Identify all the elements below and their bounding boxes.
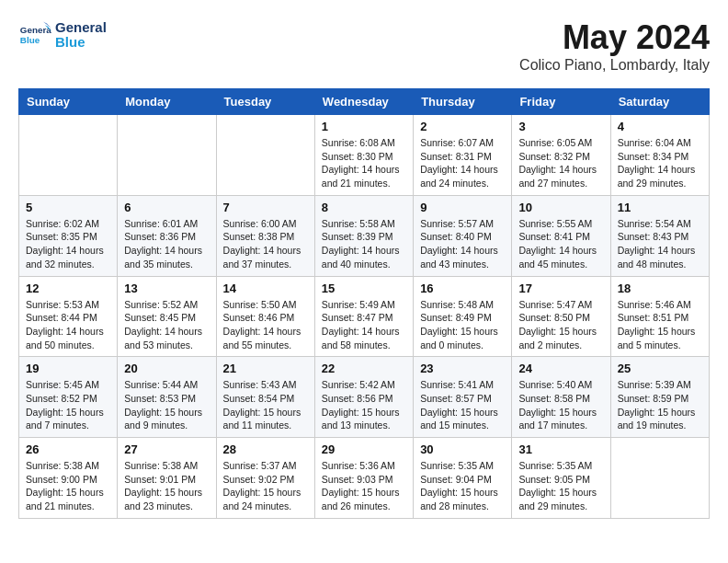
day-number: 10 bbox=[518, 201, 603, 214]
month-year: May 2024 bbox=[519, 18, 710, 57]
logo-blue: Blue bbox=[55, 35, 107, 51]
calendar-cell: 19Sunrise: 5:45 AMSunset: 8:52 PMDayligh… bbox=[19, 357, 118, 438]
logo: General Blue General Blue bbox=[18, 18, 107, 52]
day-number: 15 bbox=[322, 282, 406, 295]
calendar-cell bbox=[216, 115, 314, 196]
calendar-cell: 12Sunrise: 5:53 AMSunset: 8:44 PMDayligh… bbox=[19, 276, 118, 357]
cell-info: Sunrise: 6:02 AMSunset: 8:35 PMDaylight:… bbox=[26, 217, 110, 271]
cell-info: Sunrise: 5:54 AMSunset: 8:43 PMDaylight:… bbox=[618, 217, 702, 271]
day-number: 7 bbox=[223, 201, 308, 214]
calendar-cell: 15Sunrise: 5:49 AMSunset: 8:47 PMDayligh… bbox=[314, 276, 413, 357]
svg-text:Blue: Blue bbox=[20, 35, 40, 45]
day-number: 2 bbox=[420, 120, 505, 133]
day-number: 24 bbox=[518, 362, 603, 375]
cell-info: Sunrise: 6:05 AMSunset: 8:32 PMDaylight:… bbox=[518, 136, 603, 190]
location: Colico Piano, Lombardy, Italy bbox=[519, 57, 710, 74]
weekday-header-monday: Monday bbox=[118, 89, 216, 115]
calendar-cell: 3Sunrise: 6:05 AMSunset: 8:32 PMDaylight… bbox=[512, 115, 610, 196]
day-number: 13 bbox=[124, 282, 209, 295]
cell-info: Sunrise: 5:46 AMSunset: 8:51 PMDaylight:… bbox=[618, 298, 702, 352]
day-number: 3 bbox=[518, 120, 603, 133]
calendar-cell: 14Sunrise: 5:50 AMSunset: 8:46 PMDayligh… bbox=[216, 276, 314, 357]
day-number: 28 bbox=[223, 442, 308, 456]
weekday-header-wednesday: Wednesday bbox=[314, 89, 413, 115]
cell-info: Sunrise: 6:00 AMSunset: 8:38 PMDaylight:… bbox=[223, 217, 308, 271]
calendar-cell: 28Sunrise: 5:37 AMSunset: 9:02 PMDayligh… bbox=[216, 438, 314, 519]
cell-info: Sunrise: 5:42 AMSunset: 8:56 PMDaylight:… bbox=[322, 378, 406, 432]
calendar-cell: 2Sunrise: 6:07 AMSunset: 8:31 PMDaylight… bbox=[414, 115, 512, 196]
day-number: 12 bbox=[26, 282, 110, 295]
cell-info: Sunrise: 5:48 AMSunset: 8:49 PMDaylight:… bbox=[420, 298, 505, 352]
cell-info: Sunrise: 5:39 AMSunset: 8:59 PMDaylight:… bbox=[618, 378, 702, 432]
cell-info: Sunrise: 5:38 AMSunset: 9:00 PMDaylight:… bbox=[26, 459, 110, 513]
calendar-cell: 16Sunrise: 5:48 AMSunset: 8:49 PMDayligh… bbox=[414, 276, 512, 357]
calendar-cell: 18Sunrise: 5:46 AMSunset: 8:51 PMDayligh… bbox=[610, 276, 709, 357]
cell-info: Sunrise: 6:01 AMSunset: 8:36 PMDaylight:… bbox=[124, 217, 209, 271]
day-number: 27 bbox=[124, 442, 209, 456]
day-number: 30 bbox=[420, 442, 505, 456]
calendar-cell: 10Sunrise: 5:55 AMSunset: 8:41 PMDayligh… bbox=[512, 195, 610, 276]
week-row-4: 19Sunrise: 5:45 AMSunset: 8:52 PMDayligh… bbox=[19, 357, 710, 438]
cell-info: Sunrise: 5:45 AMSunset: 8:52 PMDaylight:… bbox=[26, 378, 110, 432]
cell-info: Sunrise: 5:35 AMSunset: 9:04 PMDaylight:… bbox=[420, 459, 505, 513]
cell-info: Sunrise: 5:44 AMSunset: 8:53 PMDaylight:… bbox=[124, 378, 209, 432]
day-number: 29 bbox=[322, 442, 406, 456]
day-number: 25 bbox=[618, 362, 702, 375]
calendar-cell: 11Sunrise: 5:54 AMSunset: 8:43 PMDayligh… bbox=[610, 195, 709, 276]
logo-general: General bbox=[55, 20, 107, 36]
cell-info: Sunrise: 5:38 AMSunset: 9:01 PMDaylight:… bbox=[124, 459, 209, 513]
day-number: 8 bbox=[322, 201, 406, 214]
cell-info: Sunrise: 5:35 AMSunset: 9:05 PMDaylight:… bbox=[518, 459, 603, 513]
day-number: 6 bbox=[124, 201, 209, 214]
calendar-cell: 6Sunrise: 6:01 AMSunset: 8:36 PMDaylight… bbox=[118, 195, 216, 276]
day-number: 1 bbox=[322, 120, 406, 133]
calendar-cell bbox=[118, 115, 216, 196]
calendar-cell: 1Sunrise: 6:08 AMSunset: 8:30 PMDaylight… bbox=[314, 115, 413, 196]
day-number: 19 bbox=[26, 362, 110, 375]
calendar-table: SundayMondayTuesdayWednesdayThursdayFrid… bbox=[18, 88, 710, 519]
cell-info: Sunrise: 5:49 AMSunset: 8:47 PMDaylight:… bbox=[322, 298, 406, 352]
day-number: 20 bbox=[124, 362, 209, 375]
cell-info: Sunrise: 5:36 AMSunset: 9:03 PMDaylight:… bbox=[322, 459, 406, 513]
calendar-cell: 26Sunrise: 5:38 AMSunset: 9:00 PMDayligh… bbox=[19, 438, 118, 519]
calendar-cell: 25Sunrise: 5:39 AMSunset: 8:59 PMDayligh… bbox=[610, 357, 709, 438]
weekday-header-row: SundayMondayTuesdayWednesdayThursdayFrid… bbox=[19, 89, 710, 115]
cell-info: Sunrise: 6:08 AMSunset: 8:30 PMDaylight:… bbox=[322, 136, 406, 190]
calendar-cell: 20Sunrise: 5:44 AMSunset: 8:53 PMDayligh… bbox=[118, 357, 216, 438]
weekday-header-saturday: Saturday bbox=[610, 89, 709, 115]
cell-info: Sunrise: 5:50 AMSunset: 8:46 PMDaylight:… bbox=[223, 298, 308, 352]
cell-info: Sunrise: 5:52 AMSunset: 8:45 PMDaylight:… bbox=[124, 298, 209, 352]
cell-info: Sunrise: 6:04 AMSunset: 8:34 PMDaylight:… bbox=[618, 136, 702, 190]
calendar-cell bbox=[610, 438, 709, 519]
cell-info: Sunrise: 5:37 AMSunset: 9:02 PMDaylight:… bbox=[223, 459, 308, 513]
calendar-cell: 31Sunrise: 5:35 AMSunset: 9:05 PMDayligh… bbox=[512, 438, 610, 519]
week-row-1: 1Sunrise: 6:08 AMSunset: 8:30 PMDaylight… bbox=[19, 115, 710, 196]
calendar-cell: 8Sunrise: 5:58 AMSunset: 8:39 PMDaylight… bbox=[314, 195, 413, 276]
weekday-header-tuesday: Tuesday bbox=[216, 89, 314, 115]
cell-info: Sunrise: 5:58 AMSunset: 8:39 PMDaylight:… bbox=[322, 217, 406, 271]
cell-info: Sunrise: 5:43 AMSunset: 8:54 PMDaylight:… bbox=[223, 378, 308, 432]
weekday-header-thursday: Thursday bbox=[414, 89, 512, 115]
calendar-cell bbox=[19, 115, 118, 196]
day-number: 17 bbox=[518, 282, 603, 295]
calendar-cell: 23Sunrise: 5:41 AMSunset: 8:57 PMDayligh… bbox=[414, 357, 512, 438]
week-row-5: 26Sunrise: 5:38 AMSunset: 9:00 PMDayligh… bbox=[19, 438, 710, 519]
day-number: 4 bbox=[618, 120, 702, 133]
calendar-cell: 9Sunrise: 5:57 AMSunset: 8:40 PMDaylight… bbox=[414, 195, 512, 276]
title-block: May 2024 Colico Piano, Lombardy, Italy bbox=[519, 18, 710, 74]
day-number: 11 bbox=[618, 201, 702, 214]
day-number: 9 bbox=[420, 201, 505, 214]
calendar-cell: 13Sunrise: 5:52 AMSunset: 8:45 PMDayligh… bbox=[118, 276, 216, 357]
day-number: 21 bbox=[223, 362, 308, 375]
calendar-cell: 22Sunrise: 5:42 AMSunset: 8:56 PMDayligh… bbox=[314, 357, 413, 438]
cell-info: Sunrise: 5:41 AMSunset: 8:57 PMDaylight:… bbox=[420, 378, 505, 432]
weekday-header-friday: Friday bbox=[512, 89, 610, 115]
day-number: 31 bbox=[518, 442, 603, 456]
cell-info: Sunrise: 5:40 AMSunset: 8:58 PMDaylight:… bbox=[518, 378, 603, 432]
day-number: 22 bbox=[322, 362, 406, 375]
calendar-cell: 24Sunrise: 5:40 AMSunset: 8:58 PMDayligh… bbox=[512, 357, 610, 438]
calendar-cell: 7Sunrise: 6:00 AMSunset: 8:38 PMDaylight… bbox=[216, 195, 314, 276]
cell-info: Sunrise: 5:47 AMSunset: 8:50 PMDaylight:… bbox=[518, 298, 603, 352]
header: General Blue General Blue May 2024 Colic… bbox=[18, 18, 710, 74]
week-row-3: 12Sunrise: 5:53 AMSunset: 8:44 PMDayligh… bbox=[19, 276, 710, 357]
